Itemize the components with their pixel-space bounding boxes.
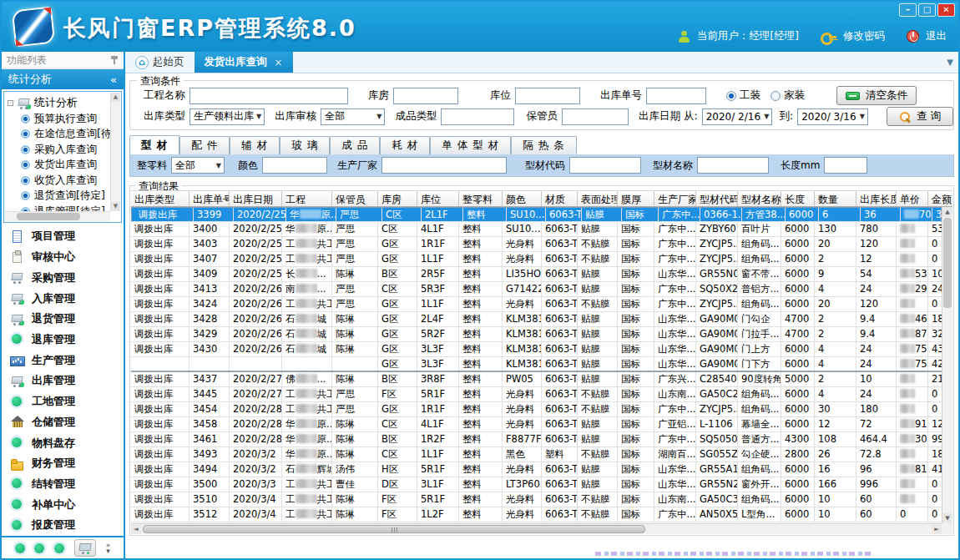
sidebar-item[interactable]: 工地管理 xyxy=(10,394,124,409)
tab-close-icon[interactable]: × xyxy=(275,57,283,68)
column-header[interactable]: 整零料 xyxy=(459,191,503,206)
material-tab[interactable]: 型 材 xyxy=(129,135,179,154)
quick-dot-button-3[interactable] xyxy=(54,543,64,553)
material-tab[interactable]: 耗 材 xyxy=(380,136,430,154)
column-header[interactable]: 出库类型 xyxy=(131,191,189,206)
column-header[interactable]: 单价 xyxy=(897,191,928,206)
table-row[interactable]: 调拨出库34132020/2/26南...严思C区5R3F整料G71422606… xyxy=(131,282,942,297)
table-row[interactable]: 调拨出库34292020/2/26石城陈琳G区5R2F整料KLM38176063… xyxy=(131,327,942,342)
scrollbar-thumb[interactable] xyxy=(17,213,80,220)
sidebar-item[interactable]: 审核中心 xyxy=(10,250,124,265)
table-row[interactable]: 调拨出库34372020/2/27佛...陈琳B区3R8F整料PW056063-… xyxy=(131,372,942,387)
tree-expander-icon[interactable]: - xyxy=(8,100,13,106)
project-name-input[interactable] xyxy=(189,88,348,104)
manufacturer-input[interactable] xyxy=(381,157,507,174)
out-type-select[interactable]: 生产领料出库▼ xyxy=(189,108,265,125)
sidebar-item[interactable]: 物料盘存 xyxy=(10,436,124,451)
product-type-input[interactable] xyxy=(441,108,514,125)
quick-cart-button[interactable] xyxy=(74,539,96,557)
table-row[interactable]: 调拨出库34032020/2/25工共工程严思G区1R1F整料光身料6063-T… xyxy=(131,237,942,252)
tree-item[interactable]: 采购入库查询 xyxy=(8,142,109,158)
change-password-button[interactable]: 修改密码 xyxy=(843,29,885,43)
sidebar-item[interactable]: 仓储管理 xyxy=(10,415,124,430)
column-header[interactable]: 膜厚 xyxy=(618,191,654,206)
material-tab[interactable]: 单 体 型 材 xyxy=(430,136,511,154)
table-row[interactable]: 调拨出库34452020/2/27工共工程严思F区5R1F整料光身料6063-T… xyxy=(131,387,942,402)
column-header[interactable]: 表面处理 xyxy=(578,191,618,206)
collapse-icon[interactable]: « xyxy=(110,73,117,86)
sidebar-item[interactable]: 出库管理 xyxy=(10,373,124,388)
sidebar-item[interactable]: 财务管理 xyxy=(10,456,124,471)
scroll-down-icon[interactable]: ▼ xyxy=(942,513,952,523)
profile-name-input[interactable] xyxy=(697,157,769,174)
column-header[interactable]: 库房 xyxy=(378,191,417,206)
sidebar-item[interactable]: 补单中心 xyxy=(10,497,124,512)
sidebar-item[interactable]: 退库管理 xyxy=(10,332,124,347)
sidebar-overflow-chevron[interactable]: »▾ xyxy=(106,542,111,554)
search-button[interactable]: 查 询 xyxy=(887,107,953,126)
logout-button[interactable]: 退出 xyxy=(926,29,947,43)
scrollbar-thumb[interactable] xyxy=(143,525,645,533)
pin-icon[interactable] xyxy=(110,56,119,64)
order-no-input[interactable] xyxy=(646,88,706,104)
table-row[interactable]: 调拨出库35102020/3/4工共工程陈琳F区5R1F整料光身料6063-T5… xyxy=(131,492,942,507)
table-row[interactable]: G区3L3F整料KLM38176063-T5贴膜国标山东华...GA90M09.… xyxy=(131,357,942,372)
tree-root-item[interactable]: - 统计分析 xyxy=(8,94,109,111)
tab-overflow-chevron-icon[interactable]: ▼ xyxy=(947,58,953,67)
column-header[interactable]: 保管员 xyxy=(332,191,378,206)
tree-item[interactable]: 发货出库查询 xyxy=(8,158,109,174)
scrollbar-thumb[interactable] xyxy=(943,218,952,308)
sidebar-item[interactable]: 采购管理 xyxy=(10,270,124,285)
sidebar-item[interactable]: 生产管理 xyxy=(10,353,124,368)
keeper-input[interactable] xyxy=(562,108,629,125)
tab-home[interactable]: ⌂ 起始页 xyxy=(125,52,195,73)
radio-jiazhuang[interactable] xyxy=(771,91,781,101)
column-header[interactable]: 数量 xyxy=(815,191,856,206)
sidebar-item[interactable]: 项目管理 xyxy=(10,229,124,244)
scroll-right-icon[interactable]: ► xyxy=(932,524,942,534)
table-row[interactable]: 调拨出库34092020/2/25长...陈琳B区2R5F整料LI35HO606… xyxy=(131,267,942,282)
sidebar-item[interactable]: 报废管理 xyxy=(10,517,124,532)
table-row[interactable]: 调拨出库34002020/2/25华原...严思C区4L1F整料SU10...6… xyxy=(131,222,942,237)
tab-shipping-out-query[interactable]: 发货出库查询 × xyxy=(195,52,293,73)
scroll-up-icon[interactable]: ▲ xyxy=(942,207,952,217)
color-input[interactable] xyxy=(262,157,327,174)
date-from-select[interactable]: 2020/ 2/16▼ xyxy=(702,108,773,125)
table-horizontal-scrollbar[interactable]: ◄ ► xyxy=(131,523,942,534)
table-row[interactable]: 调拨出库33992020/2/25华原...严思C区2L1F整料SU10...6… xyxy=(131,207,942,222)
sidebar-item[interactable]: 入库管理 xyxy=(10,291,124,306)
table-row[interactable]: 调拨出库34302020/2/26石城陈琳G区3L3F整料KLM38176063… xyxy=(131,342,942,357)
material-tab[interactable]: 隔 热 条 xyxy=(511,136,576,154)
tree-item[interactable]: 在途信息查询[待 xyxy=(8,127,109,143)
column-header[interactable]: 型材代码 xyxy=(696,191,738,206)
section-header-stats[interactable]: 统计分析 « xyxy=(2,69,124,89)
tree-item[interactable]: 预算执行查询 xyxy=(8,111,109,127)
table-row[interactable]: 调拨出库34612020/2/28华原...陈琳B区1R2F整料F8877FT6… xyxy=(131,432,942,447)
column-header[interactable]: 材质 xyxy=(542,191,578,206)
column-header[interactable]: 出库单号 xyxy=(189,191,230,206)
length-input[interactable] xyxy=(824,157,867,174)
table-row[interactable]: 调拨出库35002020/3/3工共工程曹佳D区3L1F整料LT3P606063… xyxy=(131,477,942,492)
maximize-button[interactable]: □ xyxy=(918,3,936,17)
table-row[interactable]: 调拨出库35122020/3/4工共工程陈琳F区1L2F整料光身料6063-T5… xyxy=(131,507,942,522)
date-to-select[interactable]: 2020/ 3/16▼ xyxy=(797,108,868,125)
scroll-up-icon[interactable]: ▲ xyxy=(111,93,120,102)
clear-conditions-button[interactable]: 清空条件 xyxy=(836,86,917,105)
table-vertical-scrollbar[interactable]: ▲ ▼ xyxy=(942,207,952,523)
material-tab[interactable]: 配 件 xyxy=(179,136,230,154)
scroll-down-icon[interactable]: ▼ xyxy=(111,202,120,211)
scroll-left-icon[interactable]: ◄ xyxy=(131,524,141,534)
table-row[interactable]: 调拨出库34542020/2/28工共工程严思G区1R1F整料光身料6063-T… xyxy=(131,402,942,417)
close-button[interactable]: ✕ xyxy=(937,3,955,17)
column-header[interactable]: 生产厂家 xyxy=(654,191,696,206)
sidebar-item[interactable]: 退货管理 xyxy=(10,311,124,326)
radio-gongzhuang[interactable] xyxy=(726,91,736,101)
column-header[interactable]: 出库日期 xyxy=(230,191,282,206)
material-tab[interactable]: 辅 材 xyxy=(230,136,280,154)
table-row[interactable]: 调拨出库34582020/2/28华原...陈琳C区4L1F整料光身料6063-… xyxy=(131,417,942,432)
tree-horizontal-scrollbar[interactable] xyxy=(5,211,110,221)
quick-dot-button-2[interactable] xyxy=(34,543,44,553)
table-row[interactable]: 调拨出库34072020/2/25工共工程严思G区1L1F整料光身料6063-T… xyxy=(131,252,942,267)
column-header[interactable]: 出库长度 xyxy=(856,191,897,206)
warehouse-input[interactable] xyxy=(393,88,458,104)
